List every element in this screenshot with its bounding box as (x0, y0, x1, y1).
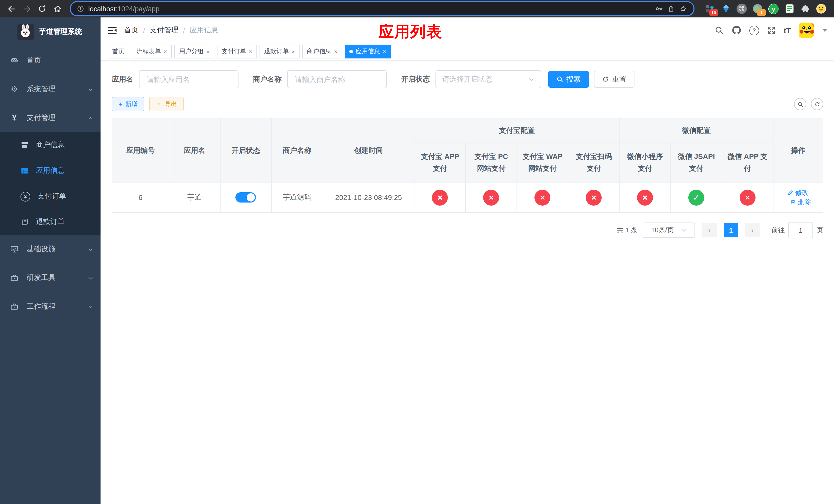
sidebar-item-pay-orders[interactable]: ¥ 支付订单 (0, 184, 101, 209)
close-icon[interactable]: × (206, 48, 210, 54)
green-y-extension-icon[interactable]: y (768, 4, 778, 14)
user-avatar[interactable] (798, 23, 814, 38)
command-extension-icon[interactable]: ⌘ (737, 4, 747, 14)
close-icon[interactable]: × (334, 48, 337, 54)
sidebar-item-app-info[interactable]: 应用信息 (0, 158, 101, 184)
col-header-wechat-mini: 微信小程序支付 (619, 143, 671, 182)
url-text[interactable]: localhost:1024/pay/app (88, 5, 651, 13)
hide-search-button[interactable] (794, 98, 806, 110)
extensions-puzzle-icon[interactable] (800, 4, 810, 14)
breadcrumb: 首页 / 支付管理 / 应用信息 (124, 26, 219, 35)
status-toggle[interactable] (236, 192, 256, 203)
merchant-name-field-wrap (287, 70, 387, 88)
trash-icon (790, 199, 796, 205)
sidebar-item-dev-tools[interactable]: 研发工具 (0, 264, 101, 292)
search-button[interactable]: 搜索 (548, 71, 589, 88)
refresh-table-button[interactable] (811, 98, 823, 110)
add-button[interactable]: + 新增 (112, 97, 144, 111)
kite-extension-icon[interactable] (721, 4, 731, 14)
sidebar-item-system[interactable]: ⚙ 系统管理 (0, 75, 101, 104)
monitor-chart-icon (10, 245, 19, 253)
sidebar-logo-row[interactable]: 芋道管理系统 (0, 18, 101, 46)
sidebar-item-home[interactable]: 首页 (0, 46, 101, 75)
tab-label: 流程表单 (136, 47, 161, 56)
search-icon (556, 76, 563, 83)
tab-pay-orders[interactable]: 支付订单 × (217, 45, 257, 59)
cell-wechat-jsapi: ✓ (671, 182, 722, 212)
github-icon[interactable] (731, 25, 742, 36)
chevron-up-icon (88, 115, 93, 121)
tab-app-info[interactable]: 应用信息 × (345, 45, 391, 59)
page-title: 应用列表 (378, 22, 442, 43)
goto-page-input[interactable] (788, 222, 813, 238)
sidebar-item-merchant-info[interactable]: 商户信息 (0, 132, 101, 158)
browser-reload-button[interactable] (36, 3, 48, 15)
sidebar-item-infrastructure[interactable]: 基础设施 (0, 235, 101, 264)
sidebar-item-workflow[interactable]: 工作流程 (0, 292, 101, 321)
app-name-field-wrap (139, 70, 239, 88)
tab-user-group[interactable]: 用户分组 × (174, 45, 214, 59)
navbar-actions: ? tT (715, 23, 827, 38)
tab-merchant-info[interactable]: 商户信息 × (302, 45, 342, 59)
reset-button[interactable]: 重置 (594, 71, 635, 88)
sidebar: 芋道管理系统 首页 ⚙ 系统管理 ¥ 支付管理 商户信息 (0, 18, 101, 504)
close-icon[interactable]: × (163, 48, 167, 54)
merchant-name-input[interactable] (294, 75, 380, 84)
col-header-app-name: 应用名 (169, 118, 220, 182)
font-size-icon[interactable]: tT (784, 26, 791, 35)
search-button-label: 搜索 (566, 75, 580, 84)
blocks-extension-icon[interactable]: 10 (705, 4, 715, 14)
sidebar-item-label: 首页 (27, 56, 93, 65)
col-header-alipay-pc: 支付宝 PC 网站支付 (466, 143, 517, 182)
breadcrumb-home[interactable]: 首页 (124, 26, 138, 35)
search-icon[interactable] (715, 26, 724, 35)
dashboard-icon (10, 56, 19, 65)
caret-down-icon[interactable] (823, 29, 827, 31)
fullscreen-icon[interactable] (767, 26, 776, 35)
close-icon[interactable]: × (382, 48, 386, 54)
page-size-select[interactable]: 10条/页 (643, 223, 695, 238)
chevron-down-icon (88, 304, 93, 310)
app-title: 芋道管理系统 (39, 27, 82, 37)
close-icon[interactable]: × (291, 48, 295, 54)
close-icon[interactable]: × (249, 48, 253, 54)
cell-actions: 修改 删除 (773, 182, 823, 212)
browser-home-button[interactable] (51, 3, 64, 15)
col-header-alipay-wap: 支付宝 WAP 网站支付 (517, 143, 568, 182)
smiley-extension-icon[interactable] (816, 4, 826, 14)
chevron-down-icon (681, 227, 686, 233)
info-icon[interactable] (77, 5, 84, 12)
help-icon[interactable]: ? (749, 25, 759, 35)
col-header-actions: 操作 (773, 118, 823, 182)
browser-chrome: localhost:1024/pay/app 10 ⌘ 1 y (0, 0, 834, 18)
delete-link[interactable]: 删除 (790, 198, 811, 207)
sidebar-item-refund-orders[interactable]: 退款订单 (0, 209, 101, 235)
document-extension-icon[interactable] (784, 4, 794, 14)
status-select[interactable]: 请选择开启状态 (436, 70, 541, 88)
cell-alipay-qr: × (568, 182, 620, 212)
tab-refund-orders[interactable]: 退款订单 × (260, 45, 300, 59)
browser-back-button[interactable] (5, 3, 18, 15)
prev-page-button[interactable]: ‹ (702, 223, 717, 237)
bookmark-star-icon[interactable] (679, 5, 687, 13)
edit-link[interactable]: 修改 (788, 188, 809, 198)
profile-extension-icon[interactable]: 1 (752, 4, 763, 14)
browser-forward-button[interactable] (21, 3, 33, 15)
sidebar-item-payment[interactable]: ¥ 支付管理 (0, 104, 101, 132)
gear-icon: ⚙ (10, 85, 19, 93)
current-page-button[interactable]: 1 (724, 223, 738, 237)
password-key-icon[interactable] (655, 5, 663, 13)
application-window: localhost:1024/pay/app 10 ⌘ 1 y (0, 0, 834, 504)
tab-process-form[interactable]: 流程表单 × (132, 45, 172, 59)
breadcrumb-payment[interactable]: 支付管理 (150, 26, 178, 35)
sidebar-collapse-icon[interactable] (108, 26, 117, 35)
export-button[interactable]: 导出 (149, 97, 184, 111)
share-icon[interactable] (667, 5, 675, 13)
url-bar[interactable]: localhost:1024/pay/app (70, 1, 695, 17)
sidebar-item-label: 工作流程 (27, 302, 80, 311)
col-header-status: 开启状态 (220, 118, 271, 182)
tab-home[interactable]: 首页 (108, 45, 129, 59)
cell-alipay-wap: × (517, 182, 568, 212)
app-name-input[interactable] (146, 75, 232, 84)
next-page-button[interactable]: › (745, 223, 760, 237)
